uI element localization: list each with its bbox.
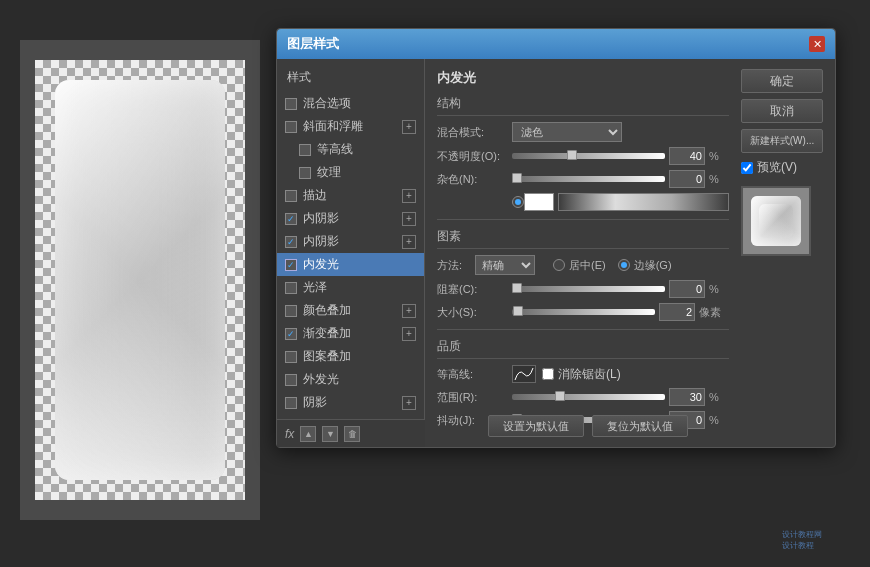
sidebar-item-pattern-overlay[interactable]: 图案叠加 [277, 345, 424, 368]
sidebar-item-outer-glow[interactable]: 外发光 [277, 368, 424, 391]
choke-slider-thumb[interactable] [512, 283, 522, 293]
size-row: 大小(S): 像素 [437, 303, 729, 321]
inner-glow2-plus-icon[interactable]: + [402, 235, 416, 249]
bevel-plus-icon[interactable]: + [402, 120, 416, 134]
inner-shadow-checkbox[interactable]: ✓ [285, 213, 297, 225]
dialog-titlebar: 图层样式 ✕ [277, 29, 835, 59]
sidebar-item-texture[interactable]: 纹理 [277, 161, 424, 184]
noise-slider-thumb[interactable] [512, 173, 522, 183]
size-label: 大小(S): [437, 305, 512, 320]
preview-checkbox[interactable] [741, 162, 753, 174]
fx-bar: fx ▲ ▼ 🗑 [277, 419, 425, 447]
preview-box [741, 186, 811, 256]
shadow1-checkbox[interactable] [285, 397, 297, 409]
preview-inner [751, 196, 801, 246]
noise-value-input[interactable] [669, 170, 705, 188]
blend-mode-select[interactable]: 滤色 [512, 122, 622, 142]
noise-slider-track[interactable] [512, 176, 665, 182]
contour-preview[interactable] [512, 365, 536, 383]
cancel-button[interactable]: 取消 [741, 99, 823, 123]
blend-mode-label: 混合模式: [437, 125, 512, 140]
bevel-checkbox[interactable] [285, 121, 297, 133]
structure-subtitle: 结构 [437, 95, 729, 116]
sidebar-item-gradient-overlay[interactable]: ✓ 渐变叠加 + [277, 322, 424, 345]
sidebar-item-shadow1[interactable]: 阴影 + [277, 391, 424, 414]
antialias-label: 消除锯齿(L) [542, 366, 621, 383]
color-overlay-checkbox[interactable] [285, 305, 297, 317]
inner-glow2-checkbox[interactable]: ✓ [285, 236, 297, 248]
antialias-checkbox[interactable] [542, 368, 554, 380]
size-value-input[interactable] [659, 303, 695, 321]
gradient-overlay-plus-icon[interactable]: + [402, 327, 416, 341]
sidebar-item-color-overlay[interactable]: 颜色叠加 + [277, 299, 424, 322]
opacity-label: 不透明度(O): [437, 149, 512, 164]
outer-glow-checkbox[interactable] [285, 374, 297, 386]
color-overlay-label: 颜色叠加 [303, 302, 400, 319]
preview-label: 预览(V) [741, 159, 823, 176]
size-slider-track[interactable] [512, 309, 655, 315]
choke-unit: % [709, 283, 729, 295]
inner-glow2-label: 内阴影 [303, 233, 400, 250]
inner-shadow-plus-icon[interactable]: + [402, 212, 416, 226]
set-default-button[interactable]: 设置为默认值 [488, 415, 584, 437]
opacity-slider-thumb[interactable] [567, 150, 577, 160]
source-edge-radio[interactable] [618, 259, 630, 271]
shadow1-label: 阴影 [303, 394, 400, 411]
opacity-value-input[interactable] [669, 147, 705, 165]
sidebar-item-inner-glow[interactable]: ✓ 内发光 [277, 253, 424, 276]
dialog-close-button[interactable]: ✕ [809, 36, 825, 52]
opacity-slider-track[interactable] [512, 153, 665, 159]
range-value-input[interactable] [669, 388, 705, 406]
gradient-overlay-label: 渐变叠加 [303, 325, 400, 342]
canvas-shape [55, 80, 225, 480]
inner-glow-label: 内发光 [303, 256, 416, 273]
sidebar-item-stroke[interactable]: 描边 + [277, 184, 424, 207]
range-slider-track[interactable] [512, 394, 665, 400]
confirm-button[interactable]: 确定 [741, 69, 823, 93]
opacity-unit: % [709, 150, 729, 162]
sidebar-item-contour[interactable]: 等高线 [277, 138, 424, 161]
size-slider-container: 像素 [512, 303, 729, 321]
choke-value-input[interactable] [669, 280, 705, 298]
blend-checkbox[interactable] [285, 98, 297, 110]
color-overlay-plus-icon[interactable]: + [402, 304, 416, 318]
color-radio[interactable] [512, 196, 524, 208]
size-unit: 像素 [699, 305, 729, 320]
divider-elements [437, 219, 729, 220]
range-slider-thumb[interactable] [555, 391, 565, 401]
sidebar-item-blend[interactable]: 混合选项 [277, 92, 424, 115]
section-title-inner-glow: 内发光 [437, 69, 729, 87]
gradient-bar[interactable] [558, 193, 729, 211]
choke-row: 阻塞(C): % [437, 280, 729, 298]
texture-checkbox[interactable] [299, 167, 311, 179]
inner-shadow-label: 内阴影 [303, 210, 400, 227]
contour-checkbox[interactable] [299, 144, 311, 156]
source-center-radio[interactable] [553, 259, 565, 271]
pattern-overlay-checkbox[interactable] [285, 351, 297, 363]
color-swatch[interactable] [524, 193, 554, 211]
fx-up-button[interactable]: ▲ [300, 426, 316, 442]
choke-slider-track[interactable] [512, 286, 665, 292]
stroke-checkbox[interactable] [285, 190, 297, 202]
sidebar-item-inner-shadow[interactable]: ✓ 内阴影 + [277, 207, 424, 230]
new-style-button[interactable]: 新建样式(W)... [741, 129, 823, 153]
fx-down-button[interactable]: ▼ [322, 426, 338, 442]
outer-glow-label: 外发光 [303, 371, 416, 388]
sidebar-item-inner-glow2[interactable]: ✓ 内阴影 + [277, 230, 424, 253]
shadow1-plus-icon[interactable]: + [402, 396, 416, 410]
fx-delete-button[interactable]: 🗑 [344, 426, 360, 442]
sidebar-item-satin[interactable]: 光泽 [277, 276, 424, 299]
gradient-overlay-checkbox[interactable]: ✓ [285, 328, 297, 340]
method-row: 方法: 精确 居中(E) 边缘(G) [437, 255, 729, 275]
sidebar-item-bevel[interactable]: 斜面和浮雕 + [277, 115, 424, 138]
texture-label: 纹理 [317, 164, 416, 181]
stroke-plus-icon[interactable]: + [402, 189, 416, 203]
method-select[interactable]: 精确 [475, 255, 535, 275]
inner-glow-checkbox[interactable]: ✓ [285, 259, 297, 271]
noise-row: 杂色(N): % [437, 170, 729, 188]
canvas-area [20, 40, 260, 520]
elements-subtitle: 图素 [437, 228, 729, 249]
satin-checkbox[interactable] [285, 282, 297, 294]
size-slider-thumb[interactable] [513, 306, 523, 316]
reset-default-button[interactable]: 复位为默认值 [592, 415, 688, 437]
